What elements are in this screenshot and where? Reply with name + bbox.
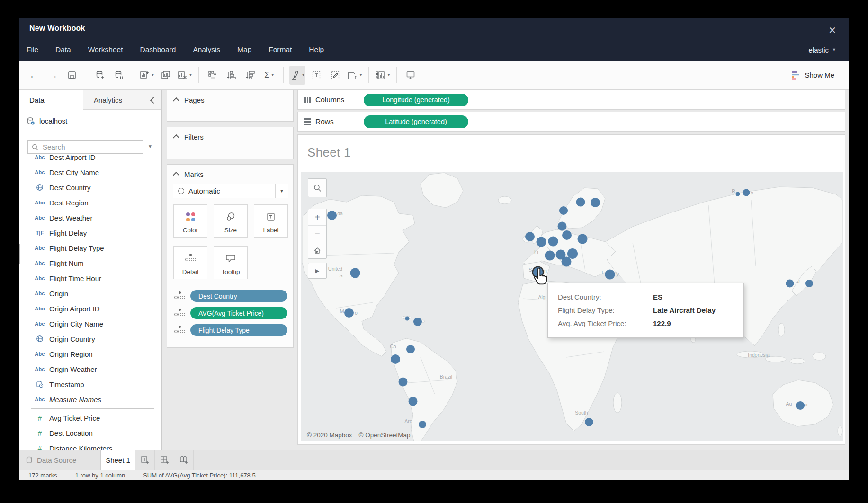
- field-dest-city-name[interactable]: AbcDest City Name: [19, 165, 160, 180]
- tooltip-button[interactable]: Tooltip: [214, 246, 248, 279]
- detail-button[interactable]: Detail: [173, 246, 207, 279]
- map-mark[interactable]: [559, 206, 568, 215]
- field-dest-weather[interactable]: AbcDest Weather: [19, 210, 160, 225]
- map-search-button[interactable]: [308, 178, 327, 197]
- map-mark[interactable]: [576, 198, 585, 207]
- map-mark[interactable]: [350, 268, 360, 278]
- map-mark[interactable]: [562, 230, 572, 240]
- account-menu[interactable]: elastic ▼: [809, 39, 836, 61]
- rows-pill-latitude[interactable]: Latitude (generated): [364, 115, 468, 128]
- pages-card[interactable]: Pages: [167, 90, 294, 122]
- field-flight-delay-type[interactable]: AbcFlight Delay Type: [19, 240, 160, 256]
- map-mark[interactable]: [399, 378, 408, 387]
- menu-item-file[interactable]: File: [27, 45, 38, 54]
- sort-descending-button[interactable]: [242, 66, 259, 85]
- pill-dest-country[interactable]: Dest Country: [190, 290, 287, 302]
- menu-item-format[interactable]: Format: [268, 45, 292, 54]
- field-dest-location[interactable]: #Dest Location: [19, 425, 160, 441]
- zoom-home-button[interactable]: [308, 242, 326, 258]
- pill-avg-avg-ticket-price[interactable]: AVG(Avg Ticket Price): [190, 307, 287, 319]
- field-flight-num[interactable]: AbcFlight Num: [19, 256, 160, 271]
- field-origin-airport-id[interactable]: AbcOrigin Airport ID: [19, 301, 160, 316]
- size-button[interactable]: Size: [214, 204, 248, 238]
- map-mark[interactable]: [736, 192, 740, 196]
- totals-button[interactable]: Σ ▼: [261, 66, 277, 85]
- field-avg-ticket-price[interactable]: #Avg Ticket Price: [19, 410, 160, 425]
- map-mark[interactable]: [406, 345, 415, 353]
- mark-type-dropdown[interactable]: Automatic ▼: [173, 184, 288, 198]
- field-dest-country[interactable]: Dest Country: [19, 180, 160, 195]
- save-button[interactable]: [64, 66, 80, 85]
- borders-button[interactable]: ▼: [346, 66, 363, 85]
- new-worksheet-tab-button[interactable]: [135, 450, 155, 470]
- map-mark[interactable]: [548, 237, 558, 247]
- attribution-mapbox[interactable]: © 2020 Mapbox: [307, 432, 352, 439]
- filters-card[interactable]: Filters: [167, 127, 294, 159]
- menu-item-dashboard[interactable]: Dashboard: [140, 45, 176, 54]
- field-origin-country[interactable]: Origin Country: [19, 331, 160, 346]
- map-mark[interactable]: [405, 317, 410, 321]
- sort-ascending-button[interactable]: [224, 66, 240, 85]
- collapse-icon[interactable]: [173, 134, 179, 141]
- field-dest-region[interactable]: AbcDest Region: [19, 195, 160, 210]
- tab-data[interactable]: Data: [19, 90, 83, 110]
- map-controls-expand-button[interactable]: ▶: [308, 263, 327, 279]
- map-mark[interactable]: [391, 354, 400, 364]
- show-mark-labels-button[interactable]: [308, 66, 324, 85]
- field-timestamp[interactable]: Timestamp: [19, 377, 160, 392]
- color-button[interactable]: Color: [173, 204, 207, 238]
- new-dashboard-tab-button[interactable]: [155, 450, 174, 470]
- zoom-out-button[interactable]: −: [308, 226, 326, 242]
- map-mark[interactable]: [327, 211, 337, 220]
- field-origin[interactable]: AbcOrigin: [19, 286, 160, 301]
- map-mark[interactable]: [743, 189, 750, 196]
- field-flight-delay[interactable]: T|FFlight Delay: [19, 225, 160, 240]
- map-mark[interactable]: [525, 232, 535, 241]
- field-distance-kilometers[interactable]: #Distance Kilometers: [19, 441, 160, 450]
- map-mark[interactable]: [605, 270, 615, 280]
- field-origin-weather[interactable]: AbcOrigin Weather: [19, 362, 160, 377]
- map-mark[interactable]: [344, 308, 354, 318]
- map-mark[interactable]: [805, 280, 813, 287]
- clear-sheet-button[interactable]: ▼: [177, 66, 193, 85]
- columns-shelf[interactable]: Columns Longitude (generated): [297, 90, 845, 110]
- map-mark[interactable]: [786, 280, 794, 288]
- undo-button[interactable]: ←: [26, 66, 42, 85]
- field-origin-region[interactable]: AbcOrigin Region: [19, 346, 160, 362]
- field-flight-time-hour[interactable]: AbcFlight Time Hour: [19, 271, 160, 286]
- field-list-menu-icon[interactable]: ▼: [148, 144, 152, 149]
- duplicate-sheet-button[interactable]: [158, 66, 174, 85]
- collapse-pane-icon[interactable]: [150, 97, 157, 104]
- map-mark[interactable]: [419, 421, 426, 428]
- menu-item-help[interactable]: Help: [309, 45, 324, 54]
- close-icon[interactable]: ✕: [828, 25, 836, 36]
- columns-pill-longitude[interactable]: Longitude (generated): [364, 94, 468, 106]
- collapse-icon[interactable]: [173, 97, 179, 104]
- data-source-connection[interactable]: localhost: [19, 110, 161, 132]
- map-mark[interactable]: [413, 318, 422, 326]
- pane-scrollbar[interactable]: [19, 244, 20, 264]
- menu-item-analysis[interactable]: Analysis: [193, 45, 220, 54]
- tab-sheet-1[interactable]: Sheet 1: [100, 450, 135, 470]
- map-mark[interactable]: [537, 237, 546, 247]
- map-mark[interactable]: [562, 257, 572, 267]
- menu-item-worksheet[interactable]: Worksheet: [88, 45, 123, 54]
- menu-item-map[interactable]: Map: [237, 45, 251, 54]
- format-button[interactable]: [327, 66, 343, 85]
- pause-auto-updates-button[interactable]: [111, 66, 127, 85]
- map-mark[interactable]: [591, 198, 600, 207]
- pill-flight-delay-type[interactable]: Flight Delay Type: [190, 324, 287, 336]
- new-data-source-button[interactable]: [92, 66, 108, 85]
- map-mark[interactable]: [409, 397, 418, 406]
- label-button[interactable]: Label: [254, 204, 288, 238]
- field-search[interactable]: [27, 140, 143, 154]
- map-mark[interactable]: [796, 401, 805, 410]
- show-me-button[interactable]: Show Me: [791, 71, 834, 80]
- show-hide-cards-button[interactable]: ▼: [375, 66, 391, 85]
- map-view[interactable]: daUnitedSMoCoBrazilArcFrSnAlgTyRyJIndone…: [301, 172, 843, 441]
- tab-analytics[interactable]: Analytics: [83, 90, 147, 110]
- map-mark[interactable]: [585, 418, 593, 426]
- new-worksheet-button[interactable]: ▼: [139, 66, 155, 85]
- swap-rows-columns-button[interactable]: [205, 66, 221, 85]
- redo-button[interactable]: →: [45, 66, 61, 85]
